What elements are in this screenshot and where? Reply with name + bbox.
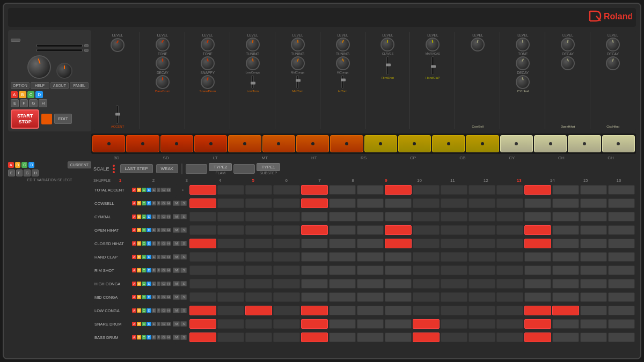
edit-button[interactable]: EDIT bbox=[54, 114, 71, 124]
seq-cell-t1-s12[interactable] bbox=[496, 198, 523, 208]
step-button-9[interactable] bbox=[364, 135, 397, 152]
track-var-d[interactable]: D bbox=[147, 241, 151, 246]
seq-cell-t5-s1[interactable] bbox=[189, 252, 216, 262]
volume-knob[interactable] bbox=[27, 55, 51, 79]
seq-cell-t4-s12[interactable] bbox=[496, 239, 523, 248]
seq-cell-t4-s7[interactable] bbox=[357, 239, 384, 248]
kit-write-button[interactable] bbox=[84, 49, 89, 52]
seq-cell-t1-s15[interactable] bbox=[580, 198, 607, 208]
track-var-e[interactable]: E bbox=[152, 188, 156, 192]
track-var-b[interactable]: B bbox=[137, 228, 141, 232]
seq-cell-t7-s7[interactable] bbox=[357, 279, 384, 289]
seq-cell-t4-s15[interactable] bbox=[580, 239, 607, 248]
seq-cell-t3-s12[interactable] bbox=[496, 225, 523, 235]
track-var-c[interactable]: C bbox=[142, 241, 146, 246]
seq-cell-t9-s14[interactable] bbox=[552, 306, 579, 315]
seq-cell-t9-s4[interactable] bbox=[273, 306, 300, 315]
track-var-f[interactable]: F bbox=[157, 215, 161, 219]
seq-cell-t10-s10[interactable] bbox=[441, 319, 467, 329]
seq-cell-t1-s5[interactable] bbox=[301, 198, 328, 208]
track-var-c[interactable]: C bbox=[142, 295, 146, 299]
seq-cell-t2-s5[interactable] bbox=[301, 212, 328, 221]
seq-cell-t3-s9[interactable] bbox=[413, 225, 440, 235]
seq-cell-t8-s4[interactable] bbox=[273, 292, 300, 302]
seq-cell-t5-s11[interactable] bbox=[469, 252, 495, 262]
track-var-b[interactable]: B bbox=[137, 322, 141, 326]
seq-cell-t2-s12[interactable] bbox=[496, 212, 523, 221]
var-a-button[interactable]: A bbox=[11, 91, 18, 98]
pattern-write-button[interactable] bbox=[84, 44, 89, 47]
seq-cell-t6-s13[interactable] bbox=[524, 265, 551, 275]
current-button[interactable]: CURRENT bbox=[68, 161, 91, 168]
seq-cell-t6-s2[interactable] bbox=[217, 265, 244, 275]
seq-cell-t8-s6[interactable] bbox=[329, 292, 356, 302]
bassdrum-level-knob[interactable] bbox=[156, 38, 170, 51]
pattern-display[interactable] bbox=[36, 44, 83, 47]
track-var-h[interactable]: H bbox=[166, 255, 171, 259]
seq-cell-t7-s8[interactable] bbox=[385, 279, 412, 289]
seq-cell-t11-s16[interactable] bbox=[608, 333, 635, 342]
track-var-d[interactable]: D bbox=[147, 188, 151, 192]
seq-cell-t2-s7[interactable] bbox=[357, 212, 384, 221]
edit-var-d[interactable]: D bbox=[28, 162, 34, 168]
seq-cell-t9-s12[interactable] bbox=[496, 306, 523, 315]
track-var-d[interactable]: D bbox=[147, 228, 151, 232]
seq-cell-t7-s4[interactable] bbox=[273, 279, 300, 289]
seq-cell-t6-s12[interactable] bbox=[496, 265, 523, 275]
seq-cell-t2-s3[interactable] bbox=[245, 212, 272, 221]
track-var-h[interactable]: H bbox=[166, 241, 171, 246]
seq-cell-t8-s3[interactable] bbox=[245, 292, 272, 302]
track-var-b[interactable]: B bbox=[137, 335, 141, 339]
seq-cell-t1-s9[interactable] bbox=[413, 198, 440, 208]
seq-cell-t10-s4[interactable] bbox=[273, 319, 300, 329]
seq-cell-t3-s13[interactable] bbox=[524, 225, 551, 235]
seq-cell-t2-s4[interactable] bbox=[273, 212, 300, 221]
var-h-button[interactable]: H bbox=[39, 99, 47, 107]
seq-cell-t8-s14[interactable] bbox=[552, 292, 579, 302]
seq-cell-t7-s16[interactable] bbox=[608, 279, 635, 289]
seq-cell-t7-s6[interactable] bbox=[329, 279, 356, 289]
track-var-b[interactable]: B bbox=[137, 201, 141, 205]
seq-cell-t4-s8[interactable] bbox=[385, 239, 412, 248]
track-var-e[interactable]: E bbox=[152, 335, 156, 339]
seq-cell-t6-s7[interactable] bbox=[357, 265, 384, 275]
seq-cell-t6-s5[interactable] bbox=[301, 265, 328, 275]
seq-cell-t3-s7[interactable] bbox=[357, 225, 384, 235]
track-var-a[interactable]: A bbox=[132, 228, 136, 232]
rimshot-level-knob[interactable] bbox=[380, 38, 394, 51]
seq-cell-t0-s1[interactable] bbox=[189, 185, 216, 195]
seq-cell-t5-s4[interactable] bbox=[273, 252, 300, 262]
seq-cell-t6-s4[interactable] bbox=[273, 265, 300, 275]
track-var-c[interactable]: C bbox=[142, 282, 146, 286]
seq-cell-t0-s7[interactable] bbox=[357, 185, 384, 195]
seq-cell-t9-s11[interactable] bbox=[469, 306, 495, 315]
edit-var-b[interactable]: B bbox=[15, 162, 21, 168]
hitom-level-knob[interactable] bbox=[336, 38, 350, 51]
seq-cell-t11-s2[interactable] bbox=[217, 333, 244, 342]
seq-cell-t4-s11[interactable] bbox=[469, 239, 495, 248]
seq-cell-t4-s9[interactable] bbox=[413, 239, 440, 248]
step-button-14[interactable] bbox=[534, 135, 567, 152]
track-var-e[interactable]: E bbox=[152, 268, 156, 272]
solo-button[interactable]: S bbox=[180, 321, 187, 327]
seq-cell-t9-s8[interactable] bbox=[385, 306, 412, 315]
seq-cell-t11-s4[interactable] bbox=[273, 333, 300, 342]
seq-cell-t9-s9[interactable] bbox=[413, 306, 440, 315]
seq-cell-t2-s1[interactable] bbox=[189, 212, 216, 221]
snaredrum-level-knob[interactable] bbox=[201, 38, 215, 51]
seq-cell-t9-s3[interactable] bbox=[245, 306, 272, 315]
seq-cell-t6-s16[interactable] bbox=[608, 265, 635, 275]
seq-cell-t9-s15[interactable] bbox=[580, 306, 607, 315]
track-var-a[interactable]: A bbox=[132, 268, 136, 272]
track-var-g[interactable]: G bbox=[161, 308, 166, 313]
seq-cell-t9-s16[interactable] bbox=[608, 306, 635, 315]
track-var-b[interactable]: B bbox=[137, 215, 141, 219]
seq-cell-t7-s14[interactable] bbox=[552, 279, 579, 289]
seq-cell-t1-s8[interactable] bbox=[385, 198, 412, 208]
openhihat-decay-knob[interactable] bbox=[561, 56, 575, 70]
shuffle-knob[interactable] bbox=[56, 63, 72, 79]
seq-cell-t3-s3[interactable] bbox=[245, 225, 272, 235]
seq-cell-t6-s6[interactable] bbox=[329, 265, 356, 275]
step-button-15[interactable] bbox=[568, 135, 601, 152]
seq-cell-t8-s13[interactable] bbox=[524, 292, 551, 302]
